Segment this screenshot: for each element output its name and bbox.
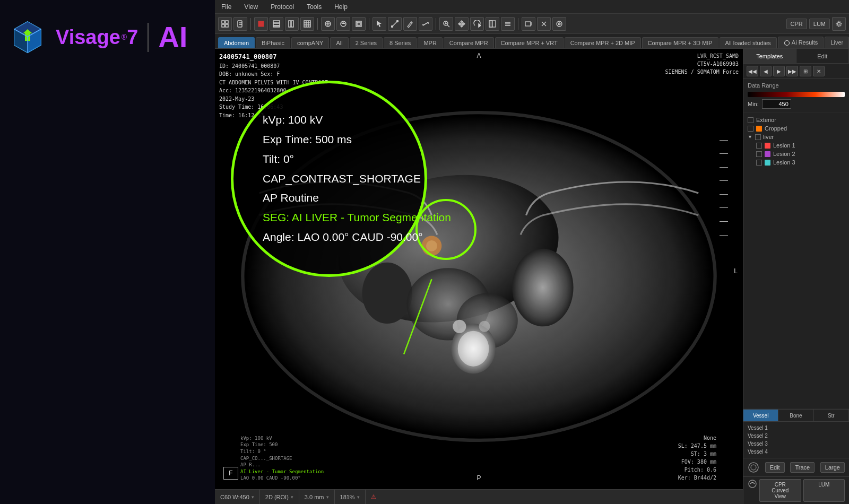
toolbar-circle-btn[interactable] xyxy=(321,17,335,31)
sp-prev-btn[interactable]: ◀ xyxy=(760,66,772,76)
obj-lesion1[interactable]: Lesion 1 xyxy=(756,141,845,150)
obj-exterior[interactable]: Exterior xyxy=(748,116,845,124)
obj-lesion3-checkbox[interactable] xyxy=(756,160,762,166)
status-mode[interactable]: 2D (ROI) ▾ xyxy=(260,490,299,504)
obj-exterior-checkbox[interactable] xyxy=(748,117,753,123)
toolbar-zoom-btn[interactable] xyxy=(439,17,453,31)
menu-file[interactable]: File xyxy=(219,2,233,12)
tab-liver[interactable]: Liver xyxy=(825,37,849,48)
sp-btm-tab-str[interactable]: Str xyxy=(814,410,849,421)
toolbar-adjust-btn[interactable] xyxy=(336,17,350,31)
toolbar-frame-btn[interactable] xyxy=(352,17,366,31)
sp-cpr-curved-btn[interactable]: CPRCurvedView xyxy=(759,479,801,502)
sp-prev-prev-btn[interactable]: ◀◀ xyxy=(747,66,758,76)
obj-cropped-checkbox[interactable] xyxy=(748,126,753,132)
sp-btm-tab-vessel[interactable]: Vessel xyxy=(743,410,778,421)
f-button[interactable]: F xyxy=(223,467,238,480)
vbt-exp: Exp Time: 500 xyxy=(240,441,324,448)
tab-compare-mpr[interactable]: Compare MPR xyxy=(444,37,494,48)
toolbar-pan-btn[interactable] xyxy=(455,17,469,31)
toolbar-layers-v-btn[interactable] xyxy=(270,17,283,31)
toolbar-extra1-btn[interactable] xyxy=(522,17,535,31)
sp-btm-tab-bone[interactable]: Bone xyxy=(778,410,813,421)
vessel-1[interactable]: Vessel 1 xyxy=(748,424,845,432)
svg-rect-8 xyxy=(226,21,228,23)
toolbar-measure-btn[interactable] xyxy=(419,17,432,31)
toolbar-grid4-btn[interactable] xyxy=(218,17,232,31)
tab-abdomen[interactable]: Abdomen xyxy=(218,37,255,48)
toolbar-more-btn[interactable] xyxy=(501,17,515,31)
toolbar-cursor-btn[interactable] xyxy=(372,17,386,31)
sp-next-next-btn[interactable]: ▶▶ xyxy=(786,66,798,76)
menu-view[interactable]: View xyxy=(242,2,260,12)
toolbar-cpr-btn[interactable]: CPR xyxy=(786,19,807,29)
toolbar-pencil-btn[interactable] xyxy=(403,17,417,31)
sp-tab-edit[interactable]: Edit xyxy=(796,49,850,63)
menu-help[interactable]: Help xyxy=(332,2,350,12)
vpbr-pitch: Pitch: 0.6 xyxy=(678,466,716,474)
vessel-3[interactable]: Vessel 3 xyxy=(748,440,845,448)
toolbar-lum-btn[interactable]: LUM xyxy=(809,19,830,29)
menu-tools[interactable]: Tools xyxy=(305,2,324,12)
toolbar-extra2-btn[interactable] xyxy=(537,17,551,31)
vbt-kvp: kVp: 100 kV xyxy=(240,435,324,442)
vbt-angle: LAO 0.00 CAUD -90.00° xyxy=(240,475,324,482)
toolbar-sep3 xyxy=(369,18,369,30)
tab-company[interactable]: compANY xyxy=(291,37,330,48)
toolbar-settings-btn[interactable] xyxy=(832,17,846,31)
vessel-4[interactable]: Vessel 4 xyxy=(748,448,845,456)
tab-compare-mpr-3dmip[interactable]: Compare MPR + 3D MIP xyxy=(642,37,718,48)
toolbar-file-btn[interactable] xyxy=(233,17,247,31)
tab-compare-mpr-vrt[interactable]: Compare MPR + VRT xyxy=(495,37,564,48)
obj-cropped[interactable]: Cropped xyxy=(748,124,845,133)
menu-protocol[interactable]: Protocol xyxy=(268,2,296,12)
tab-mpr[interactable]: MPR xyxy=(418,37,442,48)
sp-lum-btn[interactable]: LUM xyxy=(803,479,845,502)
svg-rect-9 xyxy=(222,24,224,27)
vbt-contrast: CAP_CO..._SHORTAGE xyxy=(240,455,324,462)
toolbar-line-btn[interactable] xyxy=(388,17,402,31)
mode-dropdown-arrow: ▾ xyxy=(291,494,293,500)
status-zoom[interactable]: 181% ▾ xyxy=(335,490,366,504)
toolbar-window-btn[interactable] xyxy=(486,17,499,31)
sp-add-btn[interactable]: ⊞ xyxy=(800,66,811,76)
obj-lesion2-label: Lesion 2 xyxy=(773,151,795,157)
marker-p: P xyxy=(477,474,481,482)
tab-biphasic[interactable]: BiPhasic xyxy=(256,37,290,48)
sp-large-btn[interactable]: Large xyxy=(820,462,845,473)
scan-info-line2: CT5V-A1069903 xyxy=(665,60,739,68)
toolbar-extra3-btn[interactable] xyxy=(552,17,566,31)
sp-close-btn[interactable]: ✕ xyxy=(813,66,825,76)
tab-bar: Abdomen BiPhasic compANY All 2 Series 8 … xyxy=(215,34,849,49)
sp-trace-btn[interactable]: Trace xyxy=(790,462,815,473)
sp-next-btn[interactable]: ▶ xyxy=(773,66,785,76)
sp-edit-row: Edit Trace Large xyxy=(743,458,849,476)
obj-liver-parent[interactable]: ▼ liver xyxy=(748,133,845,141)
tab-all-loaded[interactable]: All loaded studies xyxy=(720,37,777,48)
vpbr-ker: Ker: Br44d/2 xyxy=(678,474,716,482)
brand-panel: Visage®7 AI xyxy=(0,0,215,74)
marker-a: A xyxy=(477,52,481,59)
obj-lesion1-checkbox[interactable] xyxy=(756,143,762,149)
vessel-2[interactable]: Vessel 2 xyxy=(748,432,845,440)
tab-2series[interactable]: 2 Series xyxy=(350,37,383,48)
ct-viewer[interactable]: 24005741_000807 ID: 24005741_000807 DOB:… xyxy=(215,49,743,504)
sp-tab-templates[interactable]: Templates xyxy=(743,49,796,63)
obj-lesion3[interactable]: Lesion 3 xyxy=(756,158,845,167)
toolbar-layers-h-btn[interactable] xyxy=(285,17,299,31)
sp-edit-button[interactable]: Edit xyxy=(765,462,785,473)
obj-liver-checkbox[interactable] xyxy=(755,134,761,140)
status-thickness[interactable]: 3.0 mm ▾ xyxy=(299,490,335,504)
obj-lesion2[interactable]: Lesion 2 xyxy=(756,150,845,158)
tab-ai-results[interactable]: Ai Results xyxy=(778,37,824,48)
tab-all[interactable]: All xyxy=(330,37,348,48)
status-window[interactable]: C60 W:450 ▾ xyxy=(215,490,260,504)
scale-tick-1 xyxy=(720,140,728,141)
data-range-min-input[interactable] xyxy=(762,99,791,109)
toolbar-stop-btn[interactable] xyxy=(254,17,268,31)
toolbar-rotate-btn[interactable] xyxy=(470,17,484,31)
obj-lesion2-checkbox[interactable] xyxy=(756,151,762,157)
toolbar-grid-btn[interactable] xyxy=(300,17,314,31)
tab-compare-mpr-2dmip[interactable]: Compare MPR + 2D MIP xyxy=(565,37,641,48)
tab-8series[interactable]: 8 Series xyxy=(384,37,417,48)
